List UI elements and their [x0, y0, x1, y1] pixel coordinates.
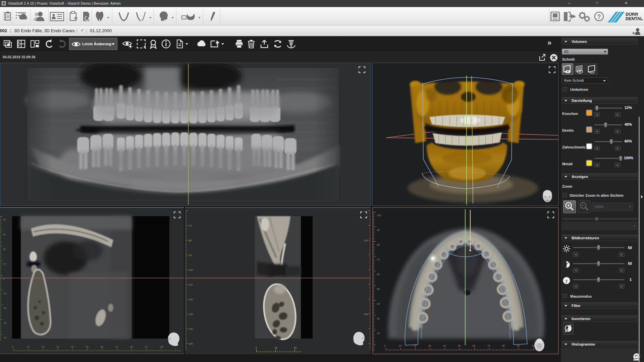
svg-text:30: 30: [428, 345, 431, 347]
svg-text:-80: -80: [376, 244, 380, 246]
svg-text:60: 60: [101, 346, 103, 348]
svg-text:-100: -100: [363, 239, 368, 242]
svg-text:0: 0: [12, 346, 13, 348]
svg-text:-100: -100: [376, 214, 381, 217]
svg-text:50: 50: [86, 346, 89, 348]
svg-text:90: 90: [145, 346, 148, 348]
svg-text:10: 10: [399, 345, 401, 347]
svg-text:-30: -30: [3, 322, 6, 324]
svg-text:-90: -90: [376, 229, 380, 231]
svg-text:-90: -90: [188, 254, 192, 256]
svg-text:-140: -140: [188, 328, 193, 330]
svg-text:-80: -80: [188, 239, 192, 242]
svg-text:10: 10: [275, 347, 277, 349]
svg-text:70: 70: [115, 346, 118, 348]
svg-text:0: 0: [256, 347, 257, 349]
svg-text:γ: γ: [566, 278, 568, 283]
svg-text:60: 60: [473, 345, 475, 347]
svg-text:50: 50: [458, 345, 461, 347]
svg-text:-130: -130: [188, 313, 193, 315]
svg-text:-60: -60: [376, 273, 380, 276]
svg-text:-10: -10: [3, 292, 6, 295]
svg-text:20: 20: [3, 248, 6, 250]
svg-text:30: 30: [3, 233, 6, 236]
svg-text:-70: -70: [188, 225, 192, 227]
svg-text:70: 70: [487, 345, 490, 347]
svg-text:DENTAL: DENTAL: [626, 16, 643, 21]
svg-text:-110: -110: [188, 284, 193, 286]
svg-text:-20: -20: [3, 307, 6, 309]
svg-text:20: 20: [42, 346, 44, 348]
svg-text:100: 100: [160, 346, 164, 348]
svg-text:-150: -150: [363, 313, 368, 315]
svg-text:0: 0: [384, 345, 385, 347]
svg-text:40: 40: [71, 346, 74, 348]
svg-text:-120: -120: [188, 298, 193, 301]
svg-text:20: 20: [414, 345, 416, 347]
svg-text:-50: -50: [376, 288, 380, 290]
svg-text:-30: -30: [376, 317, 380, 320]
svg-text:-100: -100: [188, 269, 193, 271]
svg-text:?: ?: [597, 13, 601, 20]
svg-text:30: 30: [56, 346, 59, 348]
svg-text:-40: -40: [3, 337, 6, 339]
svg-text:40: 40: [3, 219, 6, 221]
svg-text:80: 80: [502, 345, 505, 347]
svg-text:10: 10: [3, 263, 6, 265]
svg-text:-150: -150: [188, 343, 193, 345]
svg-text:20: 20: [294, 347, 297, 349]
svg-text:0: 0: [3, 278, 4, 280]
svg-text:10: 10: [27, 346, 30, 348]
svg-text:-40: -40: [376, 303, 380, 305]
svg-text:-70: -70: [376, 258, 380, 261]
svg-text:40: 40: [443, 345, 446, 347]
svg-text:80: 80: [130, 346, 133, 348]
svg-text:90: 90: [517, 345, 520, 347]
svg-text:-20: -20: [376, 332, 380, 335]
